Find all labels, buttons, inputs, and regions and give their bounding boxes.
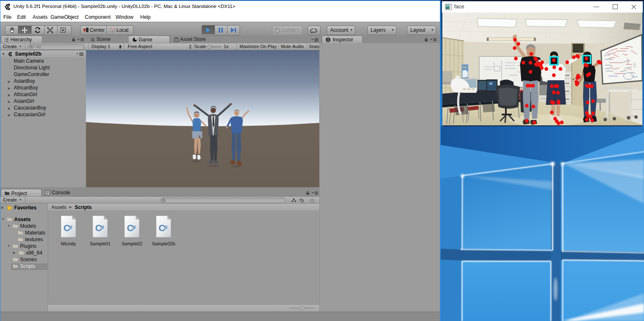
svg-text:Sample02b: Sample02b — [152, 241, 175, 246]
svg-text:Sample02: Sample02 — [121, 241, 142, 246]
svg-text:Sample01: Sample01 — [90, 241, 111, 246]
svg-text:#: # — [69, 224, 73, 231]
svg-text:NtUnity: NtUnity — [61, 241, 76, 246]
